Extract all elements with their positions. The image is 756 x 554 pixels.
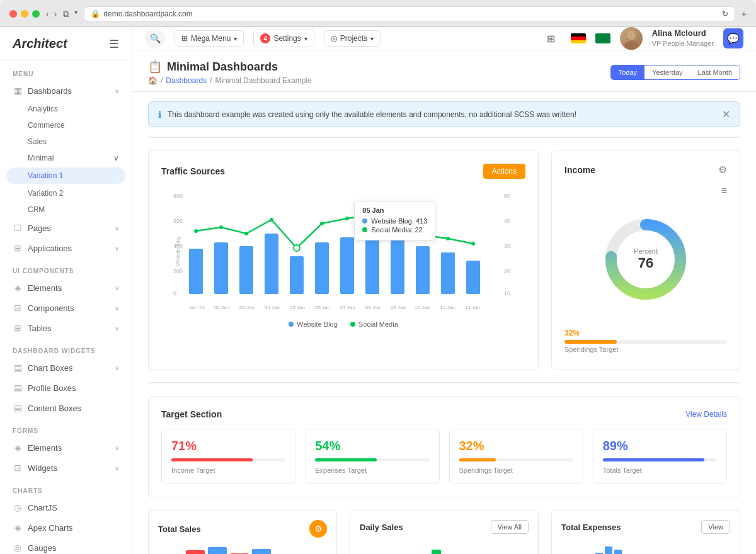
projects-button[interactable]: ◎ Projects ▾: [324, 30, 381, 47]
chat-button[interactable]: 💬: [723, 28, 743, 48]
user-role: VP People Manager: [652, 39, 714, 48]
sidebar-item-profile-boxes[interactable]: ▤ Profile Boxes: [0, 378, 132, 398]
svg-rect-22: [416, 246, 430, 294]
hamburger-icon[interactable]: ☰: [109, 37, 119, 51]
bottom-stats-row: Income $5,456 +14% Expenses $4,764 ▲ 8% …: [148, 382, 740, 383]
sidebar-item-apex[interactable]: ◈ Apex Charts: [0, 517, 132, 538]
search-button[interactable]: 🔍: [145, 28, 165, 48]
sidebar-sub-analytics[interactable]: Analytics: [0, 101, 132, 117]
breadcrumb-dashboards[interactable]: Dashboards: [166, 76, 207, 85]
sidebar-sub-crm[interactable]: CRM: [0, 201, 132, 218]
target-title: Target Section: [161, 409, 222, 419]
svg-text:0: 0: [173, 290, 176, 297]
svg-text:08 Jan: 08 Jan: [365, 305, 381, 310]
today-button[interactable]: Today: [611, 65, 644, 79]
income-target-label: Income Target: [171, 466, 285, 474]
forms-label: FORMS: [0, 418, 132, 438]
ui-components-label: UI COMPONENTS: [0, 258, 132, 278]
svg-text:20: 20: [504, 268, 510, 274]
dashboard-icon: ▦: [13, 86, 23, 96]
svg-text:05 Jan: 05 Jan: [315, 305, 330, 310]
traffic-chart-area: 05 Jan Website Blog: 413 Social Media: 2…: [161, 188, 525, 314]
tabs-arrow[interactable]: ▾: [74, 9, 77, 20]
total-sales-gear[interactable]: ⚙: [309, 520, 327, 538]
spendings-target-bar: [459, 458, 496, 461]
income-chart-title: Income: [564, 165, 595, 175]
sidebar-item-forms-elements[interactable]: ◈ Elements ∨: [0, 438, 132, 458]
sidebar-item-components[interactable]: ⊟ Components ∨: [0, 298, 132, 318]
german-flag[interactable]: [571, 33, 586, 43]
mega-menu-button[interactable]: ⊞ Mega Menu ▾: [175, 30, 244, 47]
projects-icon: ◎: [331, 34, 337, 43]
total-expenses-view-button[interactable]: View: [701, 520, 730, 534]
svg-point-0: [627, 31, 636, 40]
avatar[interactable]: [620, 27, 643, 50]
widgets-chevron: ∨: [115, 465, 119, 472]
sidebar-sub-minimal[interactable]: Minimal ∨: [0, 150, 132, 166]
yesterday-button[interactable]: Yesterday: [644, 65, 690, 79]
sidebar-item-chartjs[interactable]: ◷ ChartJS: [0, 497, 132, 517]
svg-rect-54: [252, 549, 271, 554]
settings-chevron: ▾: [304, 35, 307, 42]
elements-chevron: ∨: [115, 285, 119, 291]
svg-point-28: [270, 218, 273, 222]
tooltip-social: Social Media: 22: [371, 226, 422, 234]
back-icon[interactable]: ‹: [46, 9, 49, 19]
sidebar-item-pages[interactable]: ☐ Pages ∨: [0, 218, 132, 238]
tabs-icon[interactable]: ⧉: [63, 9, 69, 20]
banner-close-button[interactable]: ✕: [722, 108, 730, 120]
daily-sales-title: Daily Sales: [360, 523, 403, 532]
expenses-target-label: Expenses Target: [315, 466, 429, 474]
gauges-icon: ◎: [13, 543, 23, 553]
sidebar-sub-variation2[interactable]: Variation 2: [0, 185, 132, 201]
stat-expenses: Expenses $4,764 ▲ 8%: [297, 383, 445, 383]
sidebar-item-applications[interactable]: ⊞ Applications ∨: [0, 238, 132, 258]
stat-spendings: Spendings ▼ $1.5M ▼15%: [444, 383, 592, 383]
dashboard-widgets-label: DASHBOARD WIDGETS: [0, 338, 132, 358]
svg-point-1: [624, 41, 638, 50]
svg-rect-14: [214, 242, 228, 294]
settings-button[interactable]: 4 Settings ▾: [253, 30, 314, 47]
svg-text:07 Jan: 07 Jan: [340, 305, 355, 310]
sidebar-item-gauges[interactable]: ◎ Gauges: [0, 538, 132, 554]
svg-point-27: [244, 232, 248, 235]
apps-grid-button[interactable]: ⊞: [541, 28, 561, 48]
svg-rect-58: [614, 550, 622, 554]
svg-text:12 Jan: 12 Jan: [465, 305, 480, 310]
total-sales-chart: [158, 544, 327, 554]
sidebar-item-chart-boxes[interactable]: ▤ Chart Boxes ∨: [0, 358, 132, 378]
view-details-link[interactable]: View Details: [685, 410, 727, 419]
stat-income: Income $5,456 +14%: [149, 383, 297, 383]
sidebar-sub-commerce[interactable]: Commerce: [0, 117, 132, 133]
svg-text:09 Jan: 09 Jan: [391, 305, 406, 310]
sidebar-item-elements[interactable]: ◈ Elements ∨: [0, 278, 132, 298]
tooltip-social-dot: [362, 227, 367, 232]
income-gear-icon[interactable]: ⚙: [718, 164, 727, 176]
income-bar-track: [564, 340, 727, 344]
actions-button[interactable]: Actions: [483, 164, 525, 179]
svg-text:50: 50: [504, 193, 510, 199]
sidebar-item-widgets[interactable]: ⊟ Widgets ∨: [0, 458, 132, 478]
forward-icon[interactable]: ›: [54, 9, 57, 19]
totals-target-bar: [603, 458, 704, 461]
tooltip-date: 05 Jan: [362, 206, 427, 214]
donut-container: Percent 76: [564, 200, 727, 319]
view-all-button[interactable]: View All: [491, 520, 529, 534]
donut-label: Percent 76: [634, 247, 658, 271]
refresh-icon[interactable]: ↻: [722, 9, 728, 18]
chart-tooltip: 05 Jan Website Blog: 413 Social Media: 2…: [354, 201, 435, 240]
svg-rect-24: [466, 261, 480, 294]
svg-rect-52: [208, 547, 227, 554]
sidebar-sub-sales[interactable]: Sales: [0, 133, 132, 150]
sidebar-item-tables[interactable]: ⊞ Tables ∨: [0, 318, 132, 338]
new-tab-icon[interactable]: +: [742, 9, 747, 19]
tables-chevron: ∨: [115, 325, 119, 332]
user-name: Alina Mclourd: [652, 28, 714, 39]
top-nav: 🔍 ⊞ Mega Menu ▾ 4 Settings ▾ ◎ Projects …: [132, 27, 756, 50]
last-month-button[interactable]: Last Month: [690, 65, 740, 79]
sidebar-item-content-boxes[interactable]: ▤ Content Boxes: [0, 398, 132, 418]
sidebar-sub-variation1[interactable]: Variation 1: [6, 167, 125, 184]
aus-flag[interactable]: [595, 33, 610, 43]
sidebar-item-dashboards[interactable]: ▦ Dashboards ∨: [0, 81, 132, 101]
income-menu-icon[interactable]: ≡: [721, 185, 727, 196]
